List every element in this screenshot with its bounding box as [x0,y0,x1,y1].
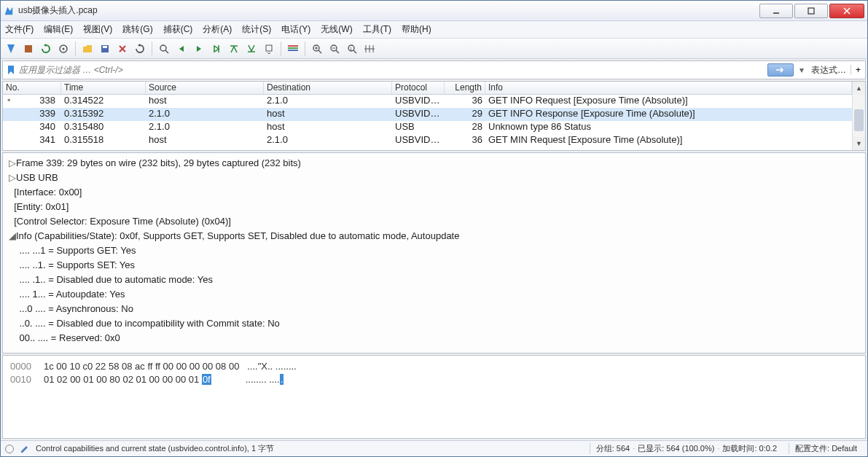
go-first-icon[interactable] [227,42,241,56]
menubar: 文件(F) 编辑(E) 视图(V) 跳转(G) 捕获(C) 分析(A) 统计(S… [1,21,867,39]
packet-list-scrollbar[interactable]: ▲ ▼ [852,82,865,150]
auto-scroll-icon[interactable] [262,42,276,56]
detail-bit[interactable]: .... ..1. = Supports SET: Yes [19,259,135,270]
go-to-packet-icon[interactable] [209,42,224,56]
capture-options-icon[interactable] [56,42,71,56]
save-file-icon[interactable] [98,42,112,56]
zoom-reset-icon[interactable]: 1 [345,42,359,56]
menu-file[interactable]: 文件(F) [5,23,34,36]
collapse-icon[interactable]: ◢ [9,229,16,243]
find-packet-icon[interactable] [157,42,171,56]
go-back-icon[interactable] [174,42,189,56]
detail-urb[interactable]: USB URB [16,172,58,183]
detail-bit[interactable]: .... ...1 = Supports GET: Yes [19,245,136,256]
scroll-thumb[interactable] [854,109,864,131]
packet-row[interactable]: 3400.3154802.1.0hostUSB28Unknown type 86… [3,121,852,134]
close-button[interactable] [829,4,864,18]
reload-icon[interactable] [133,42,147,56]
detail-entity[interactable]: [Entity: 0x01] [14,201,69,212]
zoom-in-icon[interactable] [310,42,324,56]
detail-bit[interactable]: ...0 .... = Asynchronous: No [19,303,133,314]
col-header-info[interactable]: Info [485,82,852,94]
scroll-up-icon[interactable]: ▲ [856,82,862,95]
restart-capture-icon[interactable] [39,42,53,56]
hex-offset: 0000 [10,360,44,373]
packet-bytes-pane[interactable]: 00001c 00 10 c0 22 58 08 ac ff ff 00 00 … [2,355,866,439]
svg-point-6 [63,47,65,50]
packet-details-pane[interactable]: ▷Frame 339: 29 bytes on wire (232 bits),… [2,152,866,354]
detail-bit[interactable]: .... .1.. = Disabled due to automatic mo… [19,274,213,285]
hex-highlight[interactable]: 0f [202,374,211,385]
add-filter-button[interactable]: + [851,65,865,75]
maximize-button[interactable] [794,4,828,18]
svg-line-25 [336,50,339,53]
app-window: usb摄像头插入.pcap 文件(F) 编辑(E) 视图(V) 跳转(G) 捕获… [0,0,868,457]
col-header-no[interactable]: No. [3,82,61,94]
menu-view[interactable]: 视图(V) [83,23,112,36]
resize-columns-icon[interactable] [362,42,377,56]
col-header-proto[interactable]: Protocol [392,82,445,94]
edit-icon[interactable] [20,444,30,454]
menu-stats[interactable]: 统计(S) [242,23,271,36]
menu-capture[interactable]: 捕获(C) [163,23,193,36]
bookmark-icon[interactable] [6,65,16,75]
svg-rect-17 [288,45,298,47]
window-title: usb摄像头插入.pcap [18,4,98,17]
detail-interface[interactable]: [Interface: 0x00] [14,187,82,198]
expand-icon[interactable]: ▷ [9,171,16,185]
colorize-icon[interactable] [286,42,300,56]
expert-info-icon[interactable] [5,445,14,453]
svg-text:1: 1 [350,46,353,50]
col-header-src[interactable]: Source [146,82,264,94]
open-file-icon[interactable] [80,42,95,56]
col-header-dst[interactable]: Destination [264,82,392,94]
menu-edit[interactable]: 编辑(E) [44,23,73,36]
detail-bit[interactable]: 00.. .... = Reserved: 0x0 [19,332,120,343]
packet-row[interactable]: •3380.314522host2.1.0USBVID…36GET INFO R… [3,95,852,108]
detail-selector[interactable]: [Control Selector: Exposure Time (Absolu… [14,216,231,227]
menu-wireless[interactable]: 无线(W) [321,23,352,36]
svg-rect-19 [288,50,298,51]
packet-row[interactable]: 3410.315518host2.1.0USBVID…36GET MIN Req… [3,134,852,147]
hex-bytes[interactable]: 1c 00 10 c0 22 58 08 ac ff ff 00 00 00 0… [44,361,239,372]
toolbar-separator [305,42,305,56]
display-filter-input[interactable] [19,65,765,75]
hex-ascii[interactable]: ........ .... [246,374,280,385]
hex-ascii-highlight[interactable]: . [280,374,284,385]
packet-list-pane: No. Time Source Destination Protocol Len… [2,81,866,151]
titlebar[interactable]: usb摄像头插入.pcap [1,1,867,21]
go-last-icon[interactable] [244,42,259,56]
expression-button[interactable]: 表达式… [807,64,851,77]
toolbar-separator [75,42,76,56]
menu-go[interactable]: 跳转(G) [122,23,152,36]
menu-analyze[interactable]: 分析(A) [203,23,232,36]
stop-capture-icon[interactable] [21,42,36,56]
detail-info[interactable]: Info (Capabilities/State): 0x0f, Support… [16,230,459,241]
col-header-len[interactable]: Length [445,82,485,94]
menu-help[interactable]: 帮助(H) [402,23,431,36]
detail-frame[interactable]: Frame 339: 29 bytes on wire (232 bits), … [16,157,301,168]
expand-icon[interactable]: ▷ [9,156,16,171]
start-capture-icon[interactable] [4,42,18,56]
svg-rect-4 [25,45,32,52]
packet-row[interactable]: 3390.3153922.1.0hostUSBVID…29GET INFO Re… [3,108,852,121]
status-profile[interactable]: 配置文件: Default [789,443,863,454]
svg-line-28 [353,50,356,53]
svg-rect-8 [103,46,107,48]
filter-dropdown-icon[interactable]: ▾ [797,65,807,75]
close-file-icon[interactable] [115,42,130,56]
col-header-time[interactable]: Time [61,82,146,94]
detail-bit[interactable]: .... 1... = Autoupdate: Yes [19,289,125,300]
zoom-out-icon[interactable] [327,42,342,56]
apply-filter-button[interactable] [767,63,794,77]
scroll-down-icon[interactable]: ▼ [856,137,862,150]
minimize-button[interactable] [759,4,793,18]
hex-bytes[interactable]: 01 02 00 01 00 80 02 01 00 00 00 01 [44,374,202,385]
statusbar: Control capabilities and current state (… [1,440,867,456]
menu-telephony[interactable]: 电话(Y) [281,23,310,36]
hex-ascii[interactable]: ...."X.. ........ [247,361,296,372]
menu-tools[interactable]: 工具(T) [363,23,391,36]
detail-bit[interactable]: ..0. .... = Disabled due to incompatibil… [19,318,279,329]
toolbar-separator [152,42,152,56]
go-forward-icon[interactable] [192,42,206,56]
